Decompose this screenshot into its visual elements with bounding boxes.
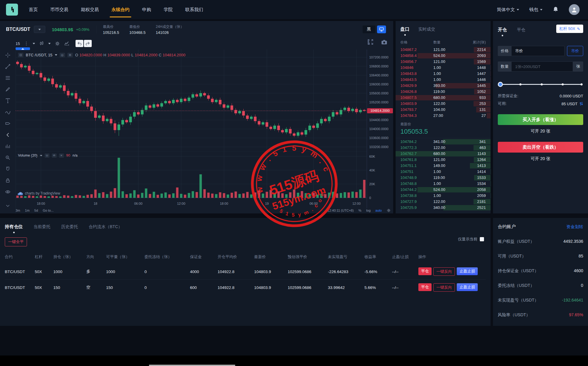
tab-open-position[interactable]: 开仓 <box>498 27 507 33</box>
eye-icon[interactable] <box>3 186 13 198</box>
pattern-tool-icon[interactable] <box>3 106 13 118</box>
amount-input[interactable] <box>515 64 570 69</box>
nav-item-4[interactable]: 申购 <box>142 0 151 19</box>
brush-icon[interactable] <box>3 84 13 95</box>
nav-item-3[interactable]: 永续合约 <box>111 0 129 19</box>
slider-dot[interactable] <box>519 83 521 85</box>
range-3m[interactable]: 3m <box>16 209 20 212</box>
brand-logo[interactable] <box>6 4 18 16</box>
nav-item-0[interactable]: 首页 <box>29 0 38 19</box>
leverage-button[interactable]: 杠杆 50X ✎ <box>556 25 583 33</box>
slider-dot[interactable] <box>562 83 564 85</box>
range-5d[interactable]: 5d <box>34 209 38 212</box>
language-selector[interactable]: 简体中文 <box>497 7 519 13</box>
ask-row[interactable]: 104856.7121.001569 <box>396 59 491 65</box>
lock-icon[interactable] <box>3 175 13 186</box>
bid-row[interactable]: 104744.2524.002058 <box>396 187 491 193</box>
sell-short-button[interactable]: 卖出开空（看跌） <box>498 142 583 153</box>
fib-tool-icon[interactable] <box>3 72 13 84</box>
nav-item-5[interactable]: 学院 <box>164 0 173 19</box>
tab-open-orders[interactable]: 当前委托 <box>34 224 50 230</box>
bid-row[interactable]: 104761.8121.001264 <box>396 157 491 163</box>
slider-dot[interactable] <box>581 83 583 85</box>
tab-order-history[interactable]: 历史委托 <box>61 224 78 230</box>
fullscreen-icon[interactable] <box>367 39 373 45</box>
ask-row[interactable]: 104858.4524.002093 <box>396 53 491 59</box>
tab-positions[interactable]: 持有仓位 <box>5 224 23 230</box>
log-scale-button[interactable]: log <box>366 209 371 212</box>
tab-close-position[interactable]: 平仓 <box>517 27 525 33</box>
more-tools-chevron-icon[interactable] <box>3 200 13 211</box>
bid-row[interactable]: 104762.7680.001143 <box>396 151 491 157</box>
range-1m[interactable]: 1m <box>25 209 29 212</box>
nav-item-1[interactable]: 币币交易 <box>50 0 68 19</box>
transfer-link[interactable]: 资金划转 <box>566 224 583 230</box>
bid-row[interactable]: 104751.1149.001413 <box>396 163 491 169</box>
market-price-button[interactable]: 市价 <box>567 46 583 56</box>
forecast-tool-icon[interactable] <box>3 118 13 129</box>
magnet-icon[interactable] <box>3 163 13 175</box>
chevron-down-icon[interactable] <box>33 43 35 44</box>
transfer-icon[interactable] <box>579 102 583 106</box>
close-position-button[interactable]: 平仓 <box>418 283 432 291</box>
bid-row[interactable]: 1047511.001414 <box>396 169 491 175</box>
ask-row[interactable]: 104803.9122.00253 <box>396 101 491 107</box>
ask-row[interactable]: 104784.327.0027 <box>396 113 491 119</box>
auto-scale-button[interactable]: auto <box>376 209 382 212</box>
close-all-button[interactable]: 一键全平 <box>5 237 27 246</box>
ask-row[interactable]: 104867.2121.002214 <box>396 47 491 53</box>
avatar[interactable] <box>569 4 580 15</box>
tp-sl-button[interactable]: 止盈止损 <box>457 267 478 275</box>
theme-screen-button[interactable] <box>377 25 386 33</box>
undo-button[interactable] <box>76 40 83 47</box>
redo-button[interactable] <box>84 40 92 47</box>
close-position-button[interactable]: 平仓 <box>418 267 432 275</box>
bid-row[interactable]: 104772.3122.00463 <box>396 145 491 151</box>
ask-row[interactable]: 104829.9393.001445 <box>396 83 491 89</box>
nav-item-2[interactable]: 期权交易 <box>81 0 99 19</box>
zoom-icon[interactable] <box>3 152 13 163</box>
tp-sl-button[interactable]: 止盈止损 <box>457 283 478 291</box>
gear-icon[interactable] <box>387 208 391 213</box>
ask-row[interactable]: 104826.8119.001052 <box>396 89 491 95</box>
theme-dark-button[interactable]: 黑 <box>362 25 376 34</box>
chevron-down-icon[interactable] <box>48 43 51 44</box>
wallet-menu[interactable]: 钱包 <box>529 7 542 13</box>
bid-row[interactable]: 104784.2341.00341 <box>396 139 491 145</box>
bid-row[interactable]: 104748.9119.001533 <box>396 175 491 181</box>
bid-row[interactable]: 104748.81.001534 <box>396 181 491 187</box>
bid-row[interactable]: 104738.81.002059 <box>396 193 491 199</box>
kebab-menu-icon[interactable]: ⋮ <box>24 41 28 46</box>
back-arrow-icon[interactable] <box>3 129 13 141</box>
price-input[interactable] <box>515 49 561 54</box>
bid-row[interactable]: 104725.9340.002521 <box>396 205 491 211</box>
gear-icon[interactable] <box>55 41 60 46</box>
ask-row[interactable]: 104793.7104.00131 <box>396 107 491 113</box>
tab-orderbook[interactable]: 盘口 <box>400 26 409 32</box>
amount-slider[interactable] <box>498 82 583 87</box>
indicators-icon[interactable] <box>64 41 70 46</box>
camera-icon[interactable] <box>381 40 387 45</box>
ask-row[interactable]: 1048461.001448 <box>396 65 491 71</box>
nav-item-6[interactable]: 联系我们 <box>185 0 203 19</box>
crosshair-icon[interactable] <box>3 49 13 61</box>
pair-selector[interactable] <box>34 26 45 33</box>
reverse-button[interactable]: 一键反向 <box>433 267 455 276</box>
bid-row[interactable]: 104727.9122.002181 <box>396 199 491 205</box>
slider-dot[interactable] <box>541 83 543 85</box>
percent-scale-button[interactable]: % <box>358 209 361 212</box>
text-tool-icon[interactable] <box>3 95 13 106</box>
bell-icon[interactable] <box>553 6 559 13</box>
bars-pattern-icon[interactable] <box>3 141 13 152</box>
buy-long-button[interactable]: 买入开多（看涨） <box>498 114 583 125</box>
slider-handle[interactable] <box>498 82 503 87</box>
reverse-button[interactable]: 一键反向 <box>433 283 455 292</box>
candlestick-chart[interactable]: 107200.0000106800.0000106400.0000106000.… <box>16 49 393 213</box>
tab-contract-flow[interactable]: 合约流水（BTC） <box>89 224 122 230</box>
goto-button[interactable]: Go to... <box>43 209 54 212</box>
candle-style-icon[interactable] <box>39 41 44 46</box>
ask-row[interactable]: 104843.81.001447 <box>396 71 491 77</box>
tradingview-brand[interactable]: charts by TradingView <box>17 191 60 195</box>
tab-trades[interactable]: 实时成交 <box>418 27 435 32</box>
interval-button[interactable]: 15 <box>16 41 20 46</box>
